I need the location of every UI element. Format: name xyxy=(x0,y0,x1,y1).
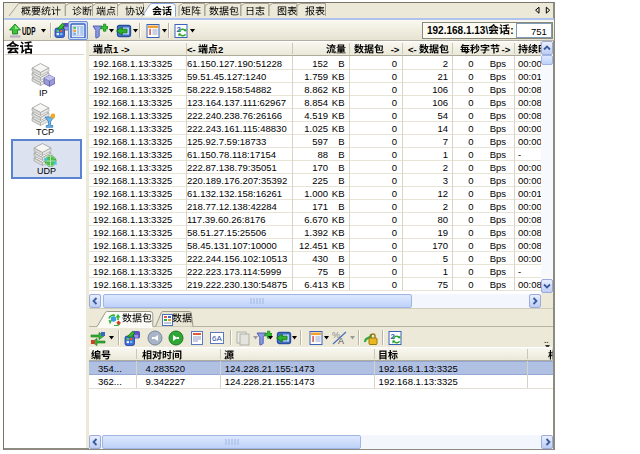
svg-text:6A: 6A xyxy=(212,334,222,343)
svg-text:A: A xyxy=(338,336,344,346)
